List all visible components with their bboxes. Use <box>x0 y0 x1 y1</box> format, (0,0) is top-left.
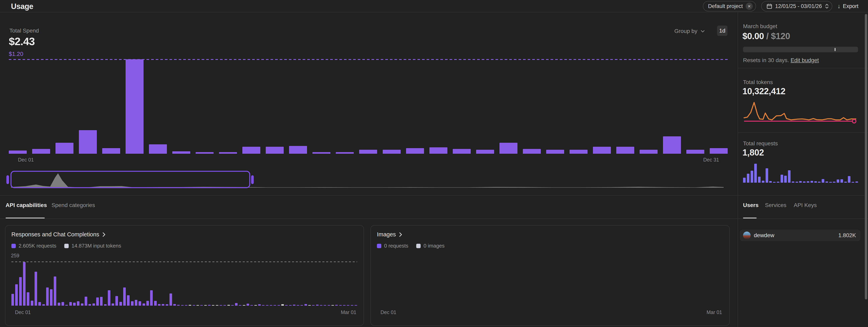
legend-swatch-images <box>416 244 421 248</box>
card-x-end: Mar 01 <box>707 309 722 315</box>
spend-threshold-label: $1.20 <box>9 51 23 57</box>
usage-dashboard: Usage Default project × 12/01/25 - 03/01… <box>0 0 868 327</box>
avatar <box>743 232 751 239</box>
card-x-start: Dec 01 <box>15 309 31 315</box>
card-images: Images 0 requests 0 images Dec 01 Mar 01 <box>371 225 730 326</box>
section-divider <box>0 195 864 196</box>
close-icon[interactable]: × <box>746 3 753 10</box>
date-range-label: 12/01/25 - 03/01/26 <box>775 3 822 9</box>
time-range-brush[interactable] <box>6 170 727 190</box>
x-axis-start-label: Dec 01 <box>18 157 34 163</box>
budget-spent: $0.00 <box>742 31 764 41</box>
header: Usage Default project × 12/01/25 - 03/01… <box>0 0 868 12</box>
resets-label: Resets in 30 days. <box>743 57 789 63</box>
chevron-down-icon <box>700 29 705 34</box>
card-x-end: Mar 01 <box>341 309 356 315</box>
export-label: Export <box>843 3 859 9</box>
interval-badge[interactable]: 1d <box>717 26 727 36</box>
tab-spend-categories[interactable]: Spend categories <box>52 202 95 208</box>
budget-value: $0.00 / $120 <box>742 31 790 41</box>
budget-progress-bar <box>743 47 858 52</box>
group-by-label: Group by <box>674 28 697 34</box>
card-images-title-link[interactable]: Images <box>377 231 403 238</box>
tab-users[interactable]: Users <box>743 202 758 208</box>
legend-item-requests: 2.605K requests <box>11 243 56 249</box>
total-requests-value: 1,802 <box>742 148 764 157</box>
total-spend-label: Total Spend <box>9 28 39 34</box>
total-tokens-label: Total tokens <box>743 79 773 85</box>
tab-api-capabilities[interactable]: API capabilities <box>6 202 47 208</box>
sidebar-section-divider <box>738 68 868 68</box>
edit-budget-link[interactable]: Edit budget <box>790 57 819 63</box>
responses-bar-chart <box>11 262 357 306</box>
card-responses-legend: 2.605K requests 14.873M input tokens <box>11 243 121 249</box>
tabs-divider <box>0 218 738 219</box>
budget-resets-text: Resets in 30 days. Edit budget <box>743 57 819 63</box>
date-range-picker[interactable]: 12/01/25 - 03/01/26 <box>761 1 832 11</box>
total-spend-value: $2.43 <box>9 35 35 48</box>
tokens-sparkline-chart <box>743 100 858 124</box>
sidebar-tabs-divider <box>738 218 868 219</box>
header-controls: Default project × 12/01/25 - 03/01/26 ↓ … <box>703 1 859 11</box>
legend-label-requests: 0 requests <box>384 243 408 249</box>
total-requests-label: Total requests <box>743 140 778 147</box>
chevron-right-icon <box>398 232 403 237</box>
spend-bar-chart <box>9 59 728 154</box>
budget-separator: / <box>764 31 771 41</box>
tab-api-keys[interactable]: API Keys <box>794 202 817 208</box>
project-filter-chip[interactable]: Default project × <box>703 1 756 11</box>
card-responses-chat-completions: Responses and Chat Completions 2.605K re… <box>5 225 364 326</box>
user-row[interactable]: dewdew 1.802K <box>740 230 860 241</box>
chevron-right-icon <box>102 232 106 237</box>
updown-spinner-icon[interactable] <box>825 3 829 9</box>
budget-progress-tick <box>835 48 835 51</box>
scrollbar-thumb[interactable] <box>865 14 867 299</box>
page-title: Usage <box>11 2 33 11</box>
x-axis-end-label: Dec 31 <box>693 157 719 163</box>
legend-item-requests: 0 requests <box>377 243 408 249</box>
download-icon: ↓ <box>837 3 840 9</box>
requests-bar-sparkline <box>743 163 858 183</box>
export-button[interactable]: ↓ Export <box>837 3 859 9</box>
legend-item-input-tokens: 14.873M input tokens <box>64 243 121 249</box>
legend-swatch-input-tokens <box>64 244 69 248</box>
user-request-count: 1.802K <box>838 232 856 239</box>
user-name: dewdew <box>754 232 838 239</box>
sidebar-section-divider <box>738 132 868 133</box>
legend-label-requests: 2.605K requests <box>19 243 56 249</box>
y-max-label: 259 <box>11 253 19 259</box>
legend-label-images: 0 images <box>424 243 444 249</box>
sidebar-divider-vertical <box>738 12 738 327</box>
card-images-legend: 0 requests 0 images <box>377 243 444 249</box>
total-tokens-value: 10,322,412 <box>742 86 785 96</box>
card-responses-title: Responses and Chat Completions <box>11 231 99 238</box>
legend-swatch-requests <box>11 244 16 248</box>
card-images-title: Images <box>377 231 396 238</box>
legend-swatch-requests <box>377 244 381 248</box>
project-filter-label: Default project <box>708 3 743 9</box>
card-x-start: Dec 01 <box>380 309 396 315</box>
budget-limit: $120 <box>771 31 790 41</box>
legend-item-images: 0 images <box>416 243 444 249</box>
budget-title: March budget <box>743 23 777 30</box>
group-by-dropdown[interactable]: Group by <box>674 28 705 34</box>
legend-label-input-tokens: 14.873M input tokens <box>71 243 121 249</box>
tab-services[interactable]: Services <box>765 202 786 208</box>
calendar-icon <box>766 3 772 9</box>
card-responses-title-link[interactable]: Responses and Chat Completions <box>11 231 106 238</box>
